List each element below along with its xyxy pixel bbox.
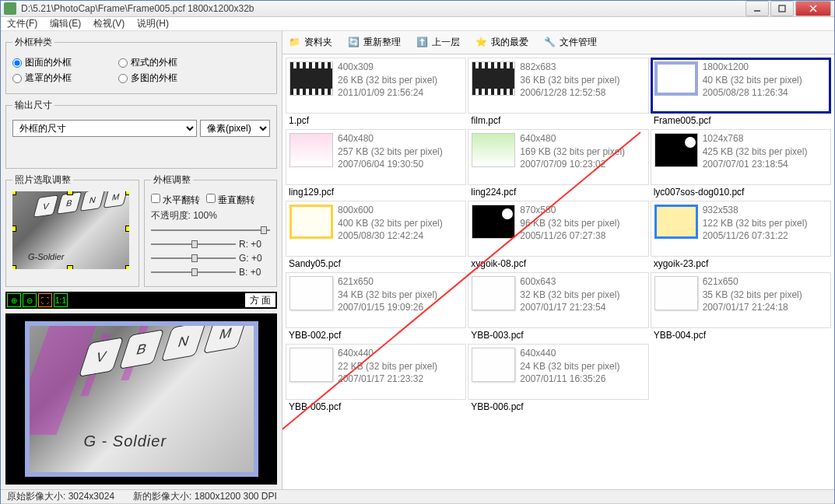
file-name: film.pcf: [468, 114, 648, 128]
minimize-button[interactable]: [746, 1, 769, 16]
zoom-in-icon[interactable]: ⊕: [7, 293, 21, 307]
file-name: YBB-003.pcf: [468, 328, 648, 342]
file-date: 2005/08/30 12:42:24: [338, 230, 443, 243]
file-date: 2007/01/15 19:09:26: [338, 302, 437, 314]
file-size: 26 KB (32 bits per pixel): [338, 75, 437, 87]
refresh-button[interactable]: 🔄重新整理: [348, 36, 401, 49]
file-date: 2007/01/11 16:35:26: [520, 373, 619, 386]
new-size-label: 新的影像大小: 1800x1200 300 DPI: [133, 490, 277, 503]
file-grid[interactable]: 400x30926 KB (32 bits per pixel)2011/01/…: [282, 54, 834, 489]
preview-toolbar: ⊕ ⊖ ⛶ 1:1 方 面: [5, 292, 277, 309]
radio-multi-frame[interactable]: 多图的外框: [118, 72, 177, 85]
file-size: 425 KB (32 bits per pixel): [703, 146, 808, 159]
file-item[interactable]: 640x44022 KB (32 bits per pixel)2007/01/…: [286, 344, 466, 400]
menubar: 文件(F) 编辑(E) 检视(V) 说明(H): [1, 17, 834, 31]
menu-edit[interactable]: 编辑(E): [50, 17, 81, 30]
app-window: D:\5.21\PhotoCap\Frame\Frame005.pcf 1800…: [0, 0, 835, 504]
file-dim: 400x309: [338, 61, 437, 74]
b-slider[interactable]: [151, 266, 237, 278]
output-size-group: 输出尺寸 外框的尺寸 像素(pixel): [5, 99, 277, 169]
file-item[interactable]: 400x30926 KB (32 bits per pixel)2011/01/…: [286, 58, 466, 114]
unit-select[interactable]: 像素(pixel): [200, 120, 270, 137]
preview-image[interactable]: V B N M G - Soldier: [25, 321, 258, 477]
file-name: Frame005.pcf: [651, 114, 831, 128]
file-size: 35 KB (32 bits per pixel): [703, 289, 802, 302]
file-manage-button[interactable]: 🔧文件管理: [544, 36, 597, 49]
file-name: YBB-004.pcf: [651, 328, 831, 342]
radio-program-frame[interactable]: 程式的外框: [118, 56, 177, 69]
file-size: 34 KB (32 bits per pixel): [338, 289, 437, 302]
file-item[interactable]: 640x44024 KB (32 bits per pixel)2007/01/…: [468, 344, 648, 400]
right-panel: 📁资料夹 🔄重新整理 ⬆️上一层 ⭐我的最爱 🔧文件管理 400x30926 K…: [282, 31, 834, 489]
opacity-label: 不透明度: 100%: [151, 209, 271, 222]
file-item[interactable]: 932x538122 KB (32 bits per pixel)2005/11…: [651, 201, 831, 257]
close-button[interactable]: [795, 1, 831, 16]
actual-size-icon[interactable]: 1:1: [54, 293, 68, 307]
radio-mask-frame[interactable]: 遮罩的外框: [12, 72, 72, 85]
file-name: YBB-002.pcf: [286, 328, 466, 342]
file-item[interactable]: 1024x768425 KB (32 bits per pixel)2007/0…: [651, 129, 831, 185]
file-name: xygoik-23.pcf: [651, 257, 831, 271]
file-name: xygoik-08.pcf: [468, 257, 648, 271]
file-thumbnail: [654, 133, 698, 167]
refresh-icon: 🔄: [348, 37, 360, 49]
folder-icon: 📁: [289, 37, 301, 49]
file-dim: 870x580: [520, 205, 619, 217]
maximize-button[interactable]: [770, 1, 794, 16]
fit-icon[interactable]: ⛶: [38, 293, 52, 307]
file-name: lyc007sos-dog010.pcf: [651, 185, 831, 199]
file-name: YBB-005.pcf: [286, 400, 466, 414]
file-item[interactable]: 882x68336 KB (32 bits per pixel)2006/12/…: [468, 58, 648, 114]
file-date: 2007/01/17 21:24:18: [703, 302, 802, 314]
flip-v-checkbox[interactable]: 垂直翻转: [206, 194, 255, 207]
wrench-icon: 🔧: [544, 37, 556, 49]
flip-h-checkbox[interactable]: 水平翻转: [151, 194, 200, 207]
file-date: 2005/11/26 07:31:22: [703, 230, 808, 243]
file-item[interactable]: 870x58096 KB (32 bits per pixel)2005/11/…: [468, 201, 648, 257]
file-size: 169 KB (32 bits per pixel): [520, 146, 625, 159]
file-item[interactable]: 621x65034 KB (32 bits per pixel)2007/01/…: [286, 272, 466, 328]
frame-type-legend: 外框种类: [12, 36, 54, 49]
file-size: 36 KB (32 bits per pixel): [520, 75, 619, 87]
zoom-out-icon[interactable]: ⊖: [23, 293, 37, 307]
file-size: 257 KB (32 bits per pixel): [338, 146, 443, 159]
app-icon: [4, 2, 16, 15]
r-slider[interactable]: [151, 238, 237, 250]
file-dim: 640x480: [520, 133, 625, 145]
file-size: 24 KB (32 bits per pixel): [520, 361, 619, 373]
left-panel: 外框种类 图面的外框 程式的外框 遮罩的外框 多图的外框 输出尺寸 外框的尺寸 …: [1, 31, 282, 489]
radio-image-frame[interactable]: 图面的外框: [12, 56, 72, 69]
selection-thumbnail[interactable]: V B N M G-Soldier: [12, 191, 129, 269]
file-size: 22 KB (32 bits per pixel): [338, 361, 437, 373]
g-slider[interactable]: [151, 252, 237, 264]
file-item[interactable]: 640x480169 KB (32 bits per pixel)2007/07…: [468, 129, 648, 185]
file-size: 122 KB (32 bits per pixel): [703, 218, 808, 230]
statusbar: 原始影像大小: 3024x3024 新的影像大小: 1800x1200 300 …: [1, 489, 834, 503]
file-thumbnail: [654, 276, 698, 310]
file-item[interactable]: 621x65035 KB (32 bits per pixel)2007/01/…: [651, 272, 831, 328]
file-dim: 882x683: [520, 61, 619, 74]
star-icon: ⭐: [475, 37, 488, 49]
menu-view[interactable]: 检视(V): [93, 17, 125, 30]
menu-help[interactable]: 说明(H): [137, 17, 169, 30]
file-name: ling224.pcf: [468, 185, 648, 199]
favorites-button[interactable]: ⭐我的最爱: [475, 36, 528, 49]
file-item[interactable]: 600x64332 KB (32 bits per pixel)2007/01/…: [468, 272, 648, 328]
file-size: 96 KB (32 bits per pixel): [520, 218, 619, 230]
file-item[interactable]: 640x480257 KB (32 bits per pixel)2007/06…: [286, 129, 466, 185]
folder-button[interactable]: 📁资料夹: [289, 36, 332, 49]
file-name: 1.pcf: [286, 114, 466, 128]
file-date: 2006/12/28 12:52:58: [520, 87, 619, 100]
file-item[interactable]: 1800x120040 KB (32 bits per pixel)2005/0…: [651, 58, 831, 114]
up-button[interactable]: ⬆️上一层: [416, 36, 460, 49]
file-dim: 600x643: [520, 276, 619, 289]
size-select[interactable]: 外框的尺寸: [12, 120, 197, 137]
menu-file[interactable]: 文件(F): [7, 17, 37, 30]
file-date: 2005/11/26 07:27:38: [520, 230, 619, 243]
file-item[interactable]: 800x600400 KB (32 bits per pixel)2005/08…: [286, 201, 466, 257]
file-date: 2007/01/17 21:23:32: [338, 373, 437, 386]
opacity-slider[interactable]: [151, 224, 271, 236]
file-dim: 932x538: [703, 205, 808, 217]
file-size: 32 KB (32 bits per pixel): [520, 289, 619, 302]
file-dim: 1024x768: [703, 133, 808, 145]
